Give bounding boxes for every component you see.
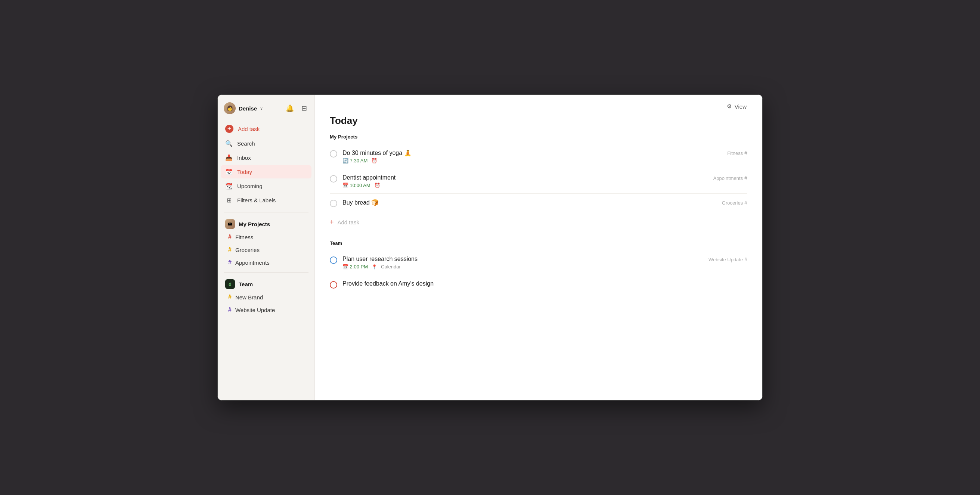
task-project-tag: Appointments #: [713, 175, 747, 181]
alarm-icon: ⏰: [371, 158, 377, 163]
task-title: Provide feedback on Amy's design: [342, 280, 747, 287]
add-task-label: Add task: [238, 126, 259, 132]
sidebar-item-label: Upcoming: [237, 183, 262, 189]
hash-icon: #: [228, 259, 232, 266]
task-time: 📅 10:00 AM: [342, 182, 371, 188]
my-projects-avatar: 🏔: [225, 219, 235, 229]
add-task-button[interactable]: + Add task: [221, 122, 312, 136]
task-project-tag: Website Update #: [708, 257, 747, 262]
team-header: d Team: [218, 276, 315, 291]
task-checkbox[interactable]: [330, 281, 337, 289]
sidebar-item-fitness[interactable]: # Fitness: [221, 231, 312, 243]
task-meta: 🔄 7:30 AM ⏰: [342, 158, 722, 163]
hash-tag-icon: #: [745, 257, 747, 262]
task-body: Plan user research sessions 📅 2:00 PM 📍 …: [342, 256, 703, 270]
task-checkbox[interactable]: [330, 150, 337, 157]
header-icons: 🔔 ⊟: [284, 103, 309, 114]
location-icon: 📍: [372, 264, 377, 270]
task-body: Buy bread 🍞: [342, 199, 717, 208]
task-checkbox[interactable]: [330, 200, 337, 207]
chevron-down-icon: ∨: [260, 106, 263, 111]
hash-tag-icon: #: [745, 200, 747, 206]
sidebar-header: 👩 Denise ∨ 🔔 ⊟: [218, 95, 315, 120]
sidebar: 👩 Denise ∨ 🔔 ⊟ + Add task 🔍 Search 📥 Inb…: [218, 95, 315, 400]
add-task-plus-icon: +: [225, 125, 234, 133]
task-project-tag: Groceries #: [722, 200, 747, 206]
main-content: ⚙ View Today My Projects Do 30 minutes o…: [315, 95, 762, 400]
project-label: Website Update: [235, 307, 275, 313]
alarm-icon: ⏰: [374, 182, 380, 188]
project-name: Website Update: [708, 257, 743, 262]
task-checkbox[interactable]: [330, 257, 337, 264]
sidebar-item-appointments[interactable]: # Appointments: [221, 257, 312, 268]
hash-icon: #: [228, 294, 232, 300]
avatar: 👩: [224, 102, 235, 114]
sidebar-item-search[interactable]: 🔍 Search: [221, 136, 312, 150]
task-time: 🔄 7:30 AM: [342, 158, 368, 163]
add-task-inline-label: Add task: [337, 219, 359, 225]
add-task-row[interactable]: + Add task: [330, 213, 747, 232]
project-name: Fitness: [727, 151, 743, 156]
sidebar-item-label: Inbox: [237, 155, 251, 161]
task-meta: 📅 2:00 PM 📍 Calendar: [342, 264, 703, 270]
task-title: Buy bread 🍞: [342, 199, 717, 206]
add-task-plus-icon: +: [330, 218, 334, 226]
inbox-icon: 📥: [225, 154, 233, 161]
hash-icon: #: [228, 246, 232, 253]
task-checkbox[interactable]: [330, 175, 337, 182]
task-body: Dentist appointment 📅 10:00 AM ⏰: [342, 175, 708, 188]
sidebar-item-label: Today: [237, 169, 252, 175]
task-body: Do 30 minutes of yoga 🧘 🔄 7:30 AM ⏰: [342, 149, 722, 163]
team-title: Team: [239, 281, 253, 287]
divider: [224, 212, 309, 213]
task-meta: 📅 10:00 AM ⏰: [342, 182, 708, 188]
sidebar-item-inbox[interactable]: 📥 Inbox: [221, 151, 312, 164]
task-time: 📅 2:00 PM: [342, 264, 368, 270]
team-section-label: Team: [330, 240, 747, 246]
my-projects-title: My Projects: [239, 221, 270, 227]
task-title: Dentist appointment: [342, 175, 708, 181]
task-extra: Calendar: [381, 264, 401, 270]
table-row[interactable]: Provide feedback on Amy's design: [330, 275, 747, 294]
sidebar-item-label: Search: [237, 140, 255, 147]
task-project-tag: Fitness #: [727, 150, 747, 156]
my-projects-header: 🏔 My Projects: [218, 216, 315, 231]
sidebar-item-upcoming[interactable]: 📆 Upcoming: [221, 179, 312, 193]
view-label: View: [735, 103, 746, 110]
hash-tag-icon: #: [745, 150, 747, 156]
filter-icon: ⚙: [727, 103, 732, 110]
sidebar-item-filters[interactable]: ⊞ Filters & Labels: [221, 194, 312, 207]
search-icon: 🔍: [225, 140, 233, 147]
team-section: Team Plan user research sessions 📅 2:00 …: [315, 232, 762, 294]
page-title: Today: [315, 112, 762, 134]
project-label: Appointments: [235, 259, 270, 266]
team-tasks-list: Plan user research sessions 📅 2:00 PM 📍 …: [330, 251, 747, 294]
task-title: Do 30 minutes of yoga 🧘: [342, 149, 722, 156]
sidebar-item-today[interactable]: 📅 Today: [221, 165, 312, 178]
project-label: Groceries: [235, 247, 259, 253]
project-label: New Brand: [235, 294, 263, 300]
sidebar-item-new-brand[interactable]: # New Brand: [221, 291, 312, 303]
table-row[interactable]: Dentist appointment 📅 10:00 AM ⏰ Appoint…: [330, 169, 747, 194]
user-name: Denise: [239, 105, 257, 112]
sidebar-item-groceries[interactable]: # Groceries: [221, 244, 312, 256]
table-row[interactable]: Plan user research sessions 📅 2:00 PM 📍 …: [330, 251, 747, 275]
project-name: Groceries: [722, 200, 743, 206]
sidebar-nav: + Add task 🔍 Search 📥 Inbox 📅 Today 📆 Up…: [218, 120, 315, 209]
user-info[interactable]: 👩 Denise ∨: [224, 102, 263, 114]
project-label: Fitness: [235, 234, 253, 240]
today-icon: 📅: [225, 168, 233, 175]
task-body: Provide feedback on Amy's design: [342, 280, 747, 289]
layout-button[interactable]: ⊟: [300, 103, 309, 114]
sidebar-item-website-update[interactable]: # Website Update: [221, 304, 312, 316]
hash-icon: #: [228, 306, 232, 313]
tasks-list: Do 30 minutes of yoga 🧘 🔄 7:30 AM ⏰ Fitn…: [315, 144, 762, 232]
project-name: Appointments: [713, 175, 743, 181]
table-row[interactable]: Do 30 minutes of yoga 🧘 🔄 7:30 AM ⏰ Fitn…: [330, 144, 747, 169]
table-row[interactable]: Buy bread 🍞 Groceries #: [330, 194, 747, 213]
notifications-button[interactable]: 🔔: [284, 103, 296, 114]
team-avatar: d: [225, 279, 235, 289]
main-header: ⚙ View: [315, 95, 762, 112]
app-window: 👩 Denise ∨ 🔔 ⊟ + Add task 🔍 Search 📥 Inb…: [217, 94, 763, 401]
view-button[interactable]: ⚙ View: [723, 101, 750, 112]
